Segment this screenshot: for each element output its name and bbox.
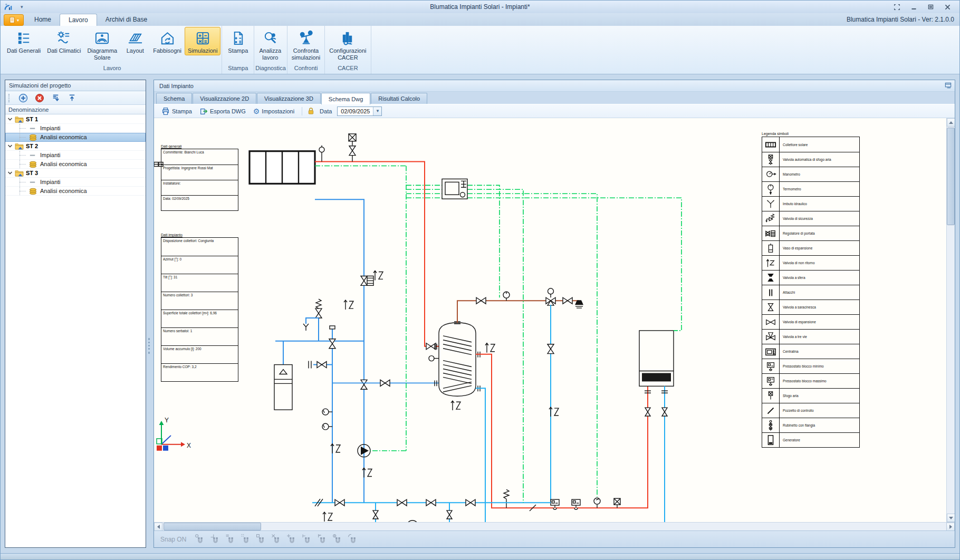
simulations-toolbar — [5, 91, 146, 105]
ucs-axes-icon: Y X — [157, 417, 191, 451]
snap-intersection-icon[interactable] — [271, 534, 282, 545]
pozzetto-di-controllo-icon — [762, 403, 780, 418]
settings-button[interactable]: ⚙ Impostazioni — [251, 107, 296, 116]
snap-status-label[interactable]: Snap ON — [160, 536, 186, 543]
title-block-row: Rendimento COP: 3,2 — [161, 363, 238, 381]
collapse-all-button[interactable] — [67, 93, 77, 103]
termometro-icon — [762, 182, 780, 196]
title-block-row: Numero collettori: 3 — [161, 292, 238, 310]
tab-visualizzazione-3d[interactable]: Visualizzazione 3D — [257, 93, 321, 104]
configurazioni-cacer-button[interactable]: Configurazioni CACER — [326, 27, 369, 62]
tab-visualizzazione-2d[interactable]: Visualizzazione 2D — [193, 93, 256, 104]
scroll-up-arrow[interactable] — [947, 118, 955, 127]
toolbar-grip[interactable] — [8, 94, 11, 102]
legend-row: Regolatore di portata — [762, 226, 859, 240]
maximize-button[interactable] — [926, 3, 935, 11]
date-value[interactable]: 02/09/2025 — [338, 108, 373, 114]
dwg-canvas[interactable]: .r{stroke:#f13b22;stroke-width:2;fill:no… — [154, 118, 955, 522]
vertical-scrollbar[interactable] — [946, 118, 955, 522]
tree-item-st-3[interactable]: ST 3 — [5, 169, 146, 178]
scroll-left-arrow[interactable] — [154, 523, 162, 531]
horizontal-scroll-thumb[interactable] — [164, 523, 261, 530]
legend-label: Sfogo aria — [780, 389, 859, 403]
tree-item-st-2[interactable]: ST 2 — [5, 142, 146, 151]
document-tabs: SchemaVisualizzazione 2DVisualizzazione … — [154, 92, 955, 104]
analizza-lavoro-button[interactable]: Analizza lavoro — [255, 27, 285, 62]
legend-label: Centralina — [780, 344, 859, 359]
svg-text:X: X — [187, 442, 191, 449]
dash-icon — [28, 151, 37, 159]
scroll-right-arrow[interactable] — [946, 523, 955, 531]
tree-column-header[interactable]: Denominazione — [5, 105, 146, 114]
coins-icon — [28, 187, 37, 195]
diagramma-solare-button[interactable]: Diagramma Solare — [84, 27, 120, 62]
legend-row: Generatore — [762, 432, 859, 447]
snap-insertion-icon[interactable] — [286, 534, 297, 545]
vaso-di-espansione-icon — [762, 241, 780, 255]
menu-tab-home[interactable]: Home — [26, 14, 60, 26]
snap-center-icon[interactable] — [194, 534, 206, 545]
delete-simulation-button[interactable] — [34, 93, 44, 103]
menu-tab-archivi-di-base[interactable]: Archivi di Base — [97, 14, 156, 26]
minimize-button[interactable] — [909, 3, 918, 11]
legend-row: Valvola a tre vie — [762, 329, 859, 344]
ribbon-button-label: Configurazioni CACER — [329, 47, 366, 61]
application-menu-button[interactable]: ▾ — [4, 14, 24, 26]
close-button[interactable] — [943, 3, 952, 11]
dati-climatici-button[interactable]: Dati Climatici — [44, 27, 84, 55]
snap-tangent-icon[interactable] — [316, 534, 328, 545]
snap-perpendicular-icon[interactable] — [301, 534, 313, 545]
tree-item-impianti[interactable]: Impianti — [5, 124, 146, 133]
scroll-down-arrow[interactable] — [947, 514, 955, 522]
menu-tab-lavoro[interactable]: Lavoro — [60, 14, 97, 26]
tree-item-label: ST 1 — [26, 116, 38, 122]
date-label: Data — [318, 107, 334, 115]
dwg-toolbar: Stampa Esporta DWG ⚙ Impostazioni Data — [154, 104, 955, 118]
folder-icon — [15, 169, 24, 177]
snap-endpoint-icon[interactable] — [209, 534, 221, 545]
title-block-row: Superficie totale collettori [m²]: 6,96 — [161, 310, 238, 327]
stampa-button[interactable]: Stampa — [223, 27, 253, 55]
panel-splitter[interactable] — [148, 338, 150, 354]
confronta-simulazioni-button[interactable]: Confronta simulazioni — [289, 27, 323, 62]
tb1-rows: Committente: Bianchi LucaProgettista: In… — [161, 149, 238, 211]
date-combobox[interactable]: 02/09/2025 ▼ — [337, 107, 382, 116]
dati-generali-button[interactable]: Dati Generali — [4, 27, 44, 55]
layout-button[interactable]: Layout — [120, 27, 150, 55]
chevron-down-icon[interactable] — [7, 117, 13, 122]
tab-schema[interactable]: Schema — [156, 93, 192, 104]
legend-label: Imbuto idraulico — [780, 197, 859, 211]
quick-access-arrow-icon[interactable]: ▾ — [21, 4, 23, 9]
snap-apparent-intersection-icon[interactable] — [347, 534, 359, 545]
panel-pin-icon[interactable] — [945, 82, 952, 89]
simulazioni-button[interactable]: Simulazioni — [185, 27, 220, 55]
expand-all-button[interactable] — [51, 93, 61, 103]
tree-item-analisi-economica[interactable]: Analisi economica — [5, 160, 146, 169]
ribbon-button-label: Analizza lavoro — [260, 47, 282, 61]
generatore-icon — [762, 433, 780, 447]
vertical-scroll-thumb[interactable] — [947, 128, 955, 225]
date-dropdown-icon[interactable]: ▼ — [373, 107, 381, 115]
fabbisogni-button[interactable]: Fabbisogni — [150, 27, 185, 55]
tab-schema-dwg[interactable]: Schema Dwg — [321, 93, 370, 104]
tree-item-analisi-economica[interactable]: Analisi economica — [5, 187, 146, 196]
add-simulation-button[interactable] — [18, 93, 28, 103]
export-dwg-button[interactable]: Esporta DWG — [197, 106, 248, 117]
chevron-down-icon[interactable] — [7, 170, 13, 176]
snap-midpoint-icon[interactable] — [225, 534, 236, 545]
snap-nearest-icon[interactable] — [332, 534, 343, 545]
tree-item-impianti[interactable]: Impianti — [5, 151, 146, 160]
tree-item-impianti[interactable]: Impianti — [5, 178, 146, 187]
configurazioni-cacer-icon — [339, 29, 357, 47]
fullscreen-button[interactable] — [892, 3, 901, 11]
horizontal-scrollbar[interactable] — [154, 522, 955, 530]
snap-quadrant-icon[interactable] — [255, 534, 267, 545]
snap-node-icon[interactable] — [240, 534, 252, 545]
ribbon-group-caption: Confronti — [289, 65, 323, 74]
print-button[interactable]: Stampa — [159, 106, 194, 117]
valvola-a-saracinesca-icon — [762, 300, 780, 314]
tree-item-st-1[interactable]: ST 1 — [5, 115, 146, 124]
tree-item-analisi-economica[interactable]: Analisi economica — [5, 133, 146, 142]
tab-risultati-calcolo[interactable]: Risultati Calcolo — [371, 93, 427, 104]
chevron-down-icon[interactable] — [7, 143, 13, 149]
